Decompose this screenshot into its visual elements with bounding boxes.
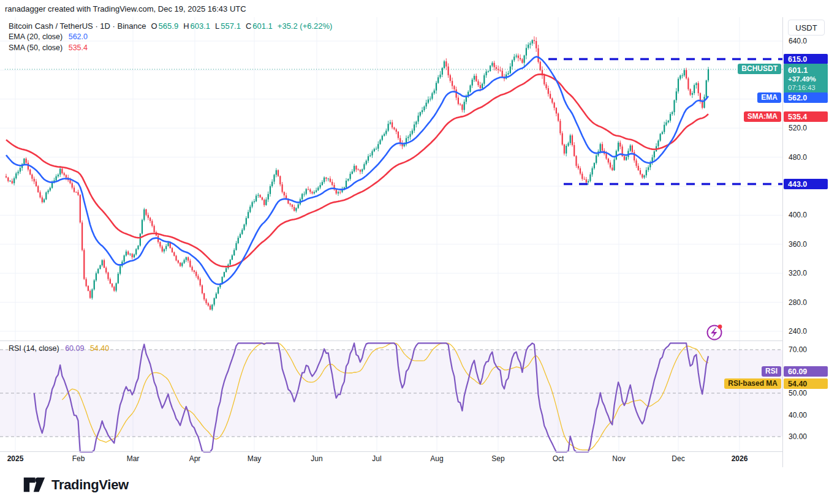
high-value: 603.1 bbox=[191, 21, 211, 31]
symbol-legend-row[interactable]: Bitcoin Cash / TetherUS · 1D · BinanceO5… bbox=[9, 21, 332, 31]
time-tick-label: Oct bbox=[553, 454, 564, 463]
symbol-tag-badge[interactable]: BCHUSDT bbox=[738, 64, 781, 74]
close-value: 601.1 bbox=[252, 21, 273, 31]
sma-legend-row[interactable]: SMA (50, close) 535.4 bbox=[9, 43, 332, 53]
tradingview-logo-icon bbox=[23, 476, 45, 493]
time-axis-separator bbox=[0, 451, 829, 452]
high-label: H bbox=[183, 21, 189, 31]
tradingview-logo-text: TradingView bbox=[51, 477, 129, 493]
price-tick-label: 520.0 bbox=[789, 124, 807, 132]
time-tick-label: Apr bbox=[189, 454, 201, 463]
time-tick-label: May bbox=[248, 454, 262, 463]
price-tick-label: 320.0 bbox=[789, 269, 807, 277]
change-value: +35.2 (+6.22%) bbox=[278, 21, 333, 31]
rsi-value-badge[interactable]: 60.09 bbox=[784, 366, 828, 377]
last-price-value: 601.1 bbox=[788, 66, 828, 75]
price-tick-label: 640.0 bbox=[789, 37, 807, 45]
rsi-ma-legend-value: 54.40 bbox=[90, 344, 109, 353]
rsi-legend-row[interactable]: RSI (14, close) 60.09 54.40 bbox=[9, 344, 109, 353]
time-tick-label: Mar bbox=[127, 454, 140, 463]
time-tick-label: 2026 bbox=[732, 454, 748, 463]
price-tick-label: 240.0 bbox=[789, 327, 807, 336]
open-label: O bbox=[151, 21, 157, 31]
attribution-text: ranadagger created with TradingView.com,… bbox=[5, 4, 246, 13]
time-tick-label: Feb bbox=[72, 454, 85, 463]
rsi-tick-label: 70.00 bbox=[789, 345, 807, 354]
time-tick-label: Sep bbox=[491, 454, 504, 463]
symbol-title: Bitcoin Cash / TetherUS · 1D · Binance bbox=[9, 21, 146, 31]
sma-value-badge[interactable]: 535.4 bbox=[784, 111, 828, 122]
boost-icon[interactable] bbox=[708, 325, 722, 339]
support-price-badge[interactable]: 443.0 bbox=[784, 179, 828, 189]
rsi-legend-label: RSI (14, close) bbox=[9, 344, 59, 353]
tradingview-logo[interactable]: TradingView bbox=[23, 476, 129, 493]
rsi-tick-label: 50.00 bbox=[789, 389, 807, 397]
time-tick-label: 2025 bbox=[7, 454, 24, 463]
low-label: L bbox=[215, 21, 219, 31]
time-tick-label: Jun bbox=[311, 454, 322, 463]
time-tick-label: Dec bbox=[672, 454, 684, 463]
open-value: 565.9 bbox=[159, 21, 179, 31]
rsi-tick-label: 40.00 bbox=[789, 411, 807, 419]
currency-button[interactable]: USDT bbox=[788, 20, 825, 36]
resistance-price-badge[interactable]: 615.0 bbox=[784, 54, 828, 64]
last-price-change-pct: +37.49% bbox=[788, 75, 828, 83]
close-label: C bbox=[246, 21, 251, 31]
bar-countdown: 07:16:43 bbox=[788, 83, 828, 92]
ema-legend-value: 562.0 bbox=[69, 32, 88, 41]
chart-canvas[interactable] bbox=[0, 0, 829, 504]
rsi-ma-value-badge[interactable]: 54.40 bbox=[784, 378, 828, 389]
low-value: 557.1 bbox=[221, 21, 241, 31]
price-tick-label: 400.0 bbox=[789, 211, 807, 219]
rsi-ma-tag-badge[interactable]: RSI-based MA bbox=[724, 378, 781, 389]
sma-legend-label: SMA (50, close) bbox=[9, 43, 62, 52]
chart-legend[interactable]: Bitcoin Cash / TetherUS · 1D · BinanceO5… bbox=[9, 21, 332, 54]
ema-legend-row[interactable]: EMA (20, close) 562.0 bbox=[9, 32, 332, 42]
sma-legend-value: 535.4 bbox=[69, 43, 88, 52]
last-price-badge[interactable]: 601.1 +37.49% 07:16:43 bbox=[784, 64, 828, 94]
price-tick-label: 360.0 bbox=[789, 240, 807, 249]
rsi-legend-value: 60.09 bbox=[65, 344, 84, 353]
price-tick-label: 280.0 bbox=[789, 298, 807, 307]
time-tick-label: Nov bbox=[612, 454, 625, 463]
pane-separator[interactable] bbox=[0, 340, 829, 341]
sma-tag-badge[interactable]: SMA:MA bbox=[744, 111, 781, 122]
ema-legend-label: EMA (20, close) bbox=[9, 32, 62, 41]
tradingview-chart-window: ranadagger created with TradingView.com,… bbox=[0, 0, 829, 504]
time-tick-label: Aug bbox=[430, 454, 443, 463]
rsi-tag-badge[interactable]: RSI bbox=[762, 366, 781, 377]
ema-tag-badge[interactable]: EMA bbox=[757, 92, 781, 103]
ema-value-badge[interactable]: 562.0 bbox=[784, 92, 828, 103]
price-tick-label: 480.0 bbox=[789, 153, 807, 162]
time-tick-label: Jul bbox=[372, 454, 381, 463]
rsi-tick-label: 30.00 bbox=[789, 432, 807, 441]
